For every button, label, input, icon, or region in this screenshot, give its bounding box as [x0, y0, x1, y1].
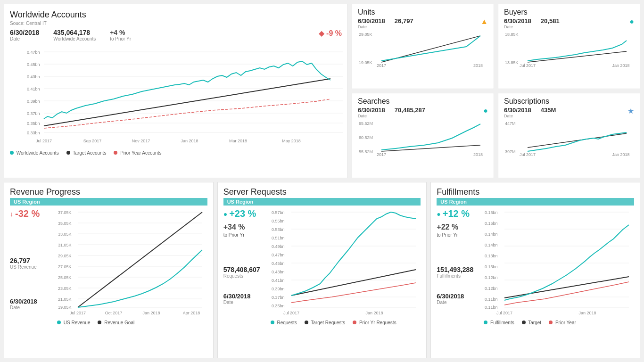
svg-line-80 [291, 270, 416, 296]
svg-text:Jan 2018: Jan 2018 [142, 311, 160, 315]
units-value: 26,797 [395, 17, 413, 25]
fulfillments-date-label: Date [437, 300, 479, 305]
svg-text:25.05K: 25.05K [58, 275, 72, 280]
buyers-metrics: 6/30/2018 Date 20,581 ● [504, 17, 634, 29]
svg-text:Jan 2018: Jan 2018 [181, 139, 198, 143]
worldwide-date-label: Date [10, 36, 39, 41]
svg-text:0.12bn: 0.12bn [485, 275, 498, 280]
svg-text:13.85K: 13.85K [505, 60, 519, 65]
worldwide-value-block: 435,064,178 Worldwide Accounts [53, 29, 96, 41]
worldwide-source: Souce: Central IT [10, 21, 342, 26]
server-pos: ● +23 % [223, 208, 266, 219]
fulfillments-chart-area: 0.15bn 0.15bn 0.14bn 0.14bn 0.13bn 0.13b… [484, 208, 634, 325]
server-date: 6/30/2018 [223, 293, 266, 300]
worldwide-value: 435,064,178 [53, 29, 96, 36]
fulfillments-legend: Fulfillments Target Prior Year [484, 320, 634, 325]
worldwide-accounts-card: Worldwide Accounts Souce: Central IT 6/3… [4, 4, 348, 178]
units-card: Units 6/30/2018 Date 26,797 ▲ 29.05K 19 [352, 4, 494, 89]
worldwide-dot [10, 151, 14, 155]
svg-text:2017: 2017 [377, 152, 386, 157]
svg-text:Apr 2018: Apr 2018 [183, 311, 200, 315]
svg-text:0.39bn: 0.39bn [272, 287, 285, 291]
buyers-card: Buyers 6/30/2018 Date 20,581 ● 18.85K 1 [498, 4, 640, 89]
top-right-col1: Units 6/30/2018 Date 26,797 ▲ 29.05K 19 [352, 4, 494, 178]
svg-text:27.05K: 27.05K [58, 264, 72, 269]
fulfillments-date-block: 6/30/2018 Date [437, 293, 479, 305]
server-change-pos: +34 % [223, 223, 266, 231]
server-value-block: 578,408,607 Requests [223, 266, 266, 279]
subscriptions-date: 6/30/2018 [504, 107, 531, 114]
diamond-icon: ◆ [319, 29, 324, 38]
svg-text:Sep 2017: Sep 2017 [83, 139, 102, 143]
svg-text:18.85K: 18.85K [505, 32, 519, 37]
server-change-sub: to Prior Yr [223, 232, 266, 238]
buyers-date-block: 6/30/2018 Date [504, 17, 531, 29]
legend-requests: Requests [271, 320, 297, 325]
revenue-content: ↓ -32 % 26,797 US Revenue 6/30/2018 Date… [10, 208, 207, 325]
y-label-4: 0.41bn [27, 87, 40, 91]
svg-text:0.37bn: 0.37bn [272, 295, 285, 300]
buyers-value: 20,581 [541, 17, 560, 25]
svg-text:0.13bn: 0.13bn [485, 254, 498, 258]
legend-prior-year: Prior Year [549, 320, 576, 325]
buyers-icon: ● [629, 17, 634, 26]
svg-text:0.53bn: 0.53bn [272, 227, 285, 232]
fulfillments-change-sub: to Prior Yr [437, 232, 479, 238]
y-label-6: 0.37bn [27, 111, 40, 116]
svg-text:0.45bn: 0.45bn [272, 261, 285, 266]
units-icon: ▲ [480, 17, 488, 26]
svg-text:60.52M: 60.52M [359, 135, 373, 140]
y-label-2: 0.45bn [27, 62, 40, 67]
revenue-date-label: Date [10, 305, 52, 310]
worldwide-value-label: Worldwide Accounts [53, 36, 96, 41]
revenue-title: Revenue Progress [10, 187, 207, 197]
server-card: Server Requests US Region ● +23 % +34 % … [217, 182, 427, 358]
svg-text:23.05K: 23.05K [58, 286, 72, 291]
svg-line-33 [528, 133, 627, 148]
legend-item-worldwide: Worldwide Accounts [10, 150, 59, 156]
legend-item-prior: Prior Year Accounts [114, 150, 161, 156]
svg-text:Jul 2017: Jul 2017 [496, 311, 512, 315]
fulfillments-pos: ● +12 % [437, 208, 479, 219]
legend-fulfillments: Fulfillments [484, 320, 514, 325]
y-label-8: 0.33bn [27, 131, 40, 135]
svg-line-56 [78, 212, 202, 307]
subscriptions-chart: 447M 397M Jul 2017 Jan 2018 [504, 119, 631, 157]
fulfillments-value: 151,493,288 [437, 266, 479, 273]
svg-line-8 [44, 79, 330, 126]
circle-icon-fulfillments: ● [437, 210, 440, 218]
y-label-7: 0.35bn [27, 121, 40, 126]
fulfillments-pct: +12 % [443, 208, 470, 219]
legend-prior-requests: Prior Yr Requests [353, 320, 396, 325]
fulfillments-change-pos: +22 % [437, 223, 479, 231]
svg-text:0.13bn: 0.13bn [485, 264, 498, 269]
server-chart: 0.57bn 0.55bn 0.53bn 0.51bn 0.49bn 0.47b… [271, 208, 417, 317]
svg-text:0.15bn: 0.15bn [485, 221, 498, 226]
svg-text:29.05K: 29.05K [359, 32, 372, 37]
svg-text:Jan 2018: Jan 2018 [365, 311, 383, 315]
searches-title: Searches [358, 97, 488, 106]
revenue-date: 6/30/2018 [10, 298, 52, 305]
server-date-label: Date [223, 300, 266, 305]
fulfillments-card: Fulfillments US Region ● +12 % +22 % to … [430, 182, 640, 358]
worldwide-change-pos-sub: to Prior Yr [110, 36, 131, 41]
units-date: 6/30/2018 [358, 17, 385, 25]
svg-text:2017: 2017 [377, 63, 386, 68]
y-label-1: 0.47bn [27, 50, 40, 55]
legend-target-requests: Target Requests [305, 320, 345, 325]
fulfillments-region: US Region [437, 198, 634, 206]
svg-text:65.52M: 65.52M [359, 121, 373, 126]
svg-text:0.49bn: 0.49bn [272, 244, 285, 249]
svg-text:21.05K: 21.05K [58, 297, 72, 302]
svg-text:Nov 2017: Nov 2017 [132, 139, 150, 143]
svg-text:2018: 2018 [473, 152, 483, 157]
star-icon: ★ [627, 107, 634, 115]
top-row: Worldwide Accounts Souce: Central IT 6/3… [4, 4, 640, 178]
svg-text:0.47bn: 0.47bn [272, 253, 285, 257]
fulfillments-chart: 0.15bn 0.15bn 0.14bn 0.14bn 0.13bn 0.13b… [484, 208, 630, 317]
svg-text:447M: 447M [505, 121, 516, 126]
svg-text:0.35bn: 0.35bn [272, 304, 285, 308]
worldwide-change-pos: +4 % [110, 29, 131, 36]
circle-icon-server: ● [223, 210, 227, 218]
server-chart-area: 0.57bn 0.55bn 0.53bn 0.51bn 0.49bn 0.47b… [271, 208, 421, 325]
